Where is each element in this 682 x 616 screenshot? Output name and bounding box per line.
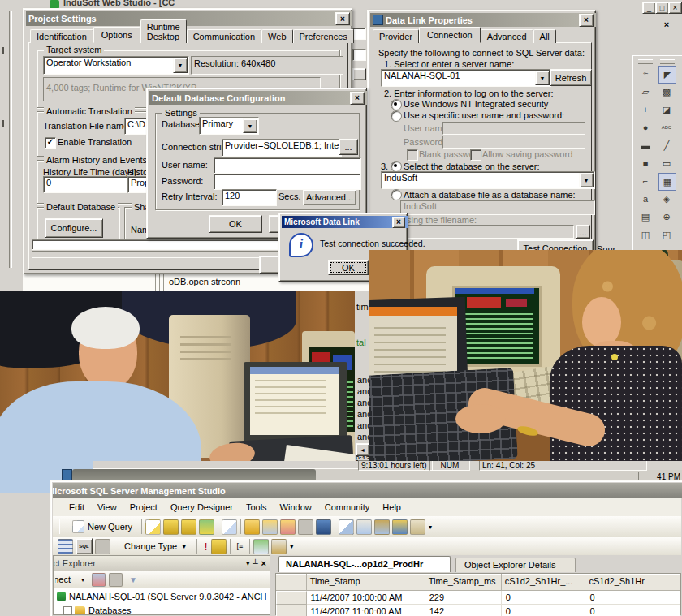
folder-tool-icon[interactable]: ◰ xyxy=(658,226,675,243)
tab-query-result[interactable]: NALANAH-SQL-...op1d2_ProdHr xyxy=(278,556,451,572)
rectangle-tool-icon[interactable]: ■ xyxy=(637,155,654,171)
toolbox-grip[interactable] xyxy=(638,59,653,64)
tab-all[interactable]: All xyxy=(533,29,556,43)
splitter-lines[interactable] xyxy=(159,274,160,291)
select-database-radio[interactable] xyxy=(391,161,402,172)
menu-edit[interactable]: Edit xyxy=(63,500,91,515)
tab-object-explorer-details[interactable]: Object Explorer Details xyxy=(455,558,576,572)
close-icon[interactable]: × xyxy=(335,12,350,25)
close-icon[interactable]: × xyxy=(392,217,405,228)
tab-options[interactable]: Options xyxy=(93,27,140,43)
grid-cell[interactable]: 0 xyxy=(502,605,586,616)
enable-translation-label[interactable]: Enable Translation xyxy=(58,137,132,147)
shape-tool-icon[interactable]: ◪ xyxy=(658,101,675,118)
picture-tool-icon[interactable]: ◫ xyxy=(637,226,654,243)
column-header[interactable]: cS1d2_Sh1Hr xyxy=(585,574,680,591)
cross-tool-icon[interactable]: + xyxy=(637,101,654,118)
copy-icon[interactable] xyxy=(339,519,354,535)
bitmap-tool-icon[interactable]: ▩ xyxy=(658,84,675,100)
connect-button[interactable]: Connect xyxy=(55,575,80,584)
password-input[interactable] xyxy=(214,174,361,190)
msgbox-titlebar[interactable]: Microsoft Data Link × xyxy=(282,216,408,228)
sql-pane-icon[interactable]: SQL xyxy=(76,538,93,554)
tab-connection[interactable]: Connection xyxy=(419,27,481,43)
close-button[interactable]: × xyxy=(668,2,682,14)
new-mdx-query-icon[interactable] xyxy=(163,519,179,535)
add-table-icon[interactable] xyxy=(253,539,269,554)
grid-cell[interactable]: 11/4/2007 11:00:00 AM xyxy=(307,605,425,616)
user-name-input[interactable] xyxy=(214,157,361,174)
menu-view[interactable]: View xyxy=(91,500,123,515)
database-combobox[interactable]: Primary▼ xyxy=(199,117,259,135)
grid-cell[interactable]: 229 xyxy=(425,591,502,605)
ok-button[interactable]: OK xyxy=(209,215,262,233)
code-line[interactable]: oDB.open strconn xyxy=(169,277,240,286)
grid-cell[interactable]: 0 xyxy=(585,591,680,605)
databases-node-label[interactable]: Databases xyxy=(88,605,132,615)
server-node-label[interactable]: NALANAH-SQL-01 (SQL Server 9.0.3042 - AN… xyxy=(69,592,266,601)
configure-button[interactable]: Configure... xyxy=(45,218,103,238)
data-link-titlebar[interactable]: Data Link Properties × xyxy=(370,13,596,27)
bookmark-icon[interactable] xyxy=(392,519,408,535)
grid-cell[interactable]: 142 xyxy=(425,605,502,616)
details-icon[interactable] xyxy=(356,519,372,535)
toolbar-overflow-icon[interactable]: ▾ xyxy=(290,543,293,550)
project-settings-titlebar[interactable]: Project Settings × xyxy=(26,11,352,26)
disconnect-icon[interactable] xyxy=(280,519,296,535)
target-system-combobox[interactable]: Operator Workstation ▼ xyxy=(43,56,189,75)
new-query-button[interactable]: New Query xyxy=(67,518,138,536)
criteria-icon[interactable]: [≡ xyxy=(237,542,244,550)
collapse-box-icon[interactable]: − xyxy=(63,606,72,615)
save-icon[interactable] xyxy=(298,519,313,535)
tab-identification[interactable]: Identification xyxy=(30,29,93,43)
line-tool-icon[interactable]: ╱ xyxy=(658,137,675,153)
chevron-down-icon[interactable]: ▼ xyxy=(173,58,188,73)
row-selector[interactable] xyxy=(276,591,307,605)
grid-cell[interactable]: 0 xyxy=(502,591,586,605)
chevron-down-icon[interactable]: ▼ xyxy=(535,71,550,85)
rounded-rect-tool-icon[interactable]: ▬ xyxy=(637,137,654,153)
close-icon[interactable]: × xyxy=(579,14,594,27)
pane-close-icon[interactable]: × xyxy=(661,19,672,30)
databases-tree-item[interactable]: − Databases xyxy=(57,605,132,615)
ellipse-tool-icon[interactable]: ● xyxy=(637,119,654,136)
globe-tool-icon[interactable]: ⊕ xyxy=(658,209,675,225)
connect-icon[interactable] xyxy=(262,519,278,535)
toolbar-overflow-icon[interactable]: ▾ xyxy=(429,523,432,531)
label-tool-icon[interactable]: a xyxy=(637,191,654,207)
object-explorer-header[interactable]: Object Explorer ▾ ┴ × xyxy=(54,556,270,571)
server-name-combobox[interactable]: NALANAH-SQL-01▼ xyxy=(381,69,551,87)
tab-runtime-desktop[interactable]: Runtime Desktop xyxy=(140,19,187,43)
integrated-security-radio[interactable] xyxy=(391,99,402,110)
menu-help[interactable]: Help xyxy=(376,500,408,515)
tab-communication[interactable]: Communication xyxy=(187,29,261,43)
new-file-icon[interactable] xyxy=(145,519,161,535)
db-config-titlebar[interactable]: Default Database Configuration × xyxy=(149,91,367,105)
menu-window[interactable]: Window xyxy=(274,500,318,515)
package-icon[interactable] xyxy=(316,519,331,535)
row-selector[interactable] xyxy=(276,605,307,616)
selection-tool-icon[interactable]: ◤ xyxy=(658,66,676,84)
open-analysis-icon[interactable] xyxy=(222,519,237,535)
chevron-down-icon[interactable]: ▾ xyxy=(81,576,84,584)
tab-preferences[interactable]: Preferences xyxy=(293,29,354,43)
toolbar-grip[interactable] xyxy=(59,519,63,534)
retry-interval-input[interactable]: 120 xyxy=(222,189,277,206)
text-tool-icon[interactable]: ABC xyxy=(658,119,675,136)
menu-project[interactable]: Project xyxy=(123,500,164,515)
grid-cell[interactable]: 11/4/2007 10:00:00 AM xyxy=(307,591,425,605)
pin-icon[interactable]: ┴ xyxy=(253,559,257,567)
enable-translation-checkbox[interactable]: ✓ xyxy=(45,137,56,149)
doc-tool-icon[interactable]: ▤ xyxy=(637,209,654,225)
new-xmla-query-icon[interactable] xyxy=(199,519,214,535)
select-database-label[interactable]: Select the database on the server: xyxy=(404,162,540,171)
paste-icon[interactable] xyxy=(374,519,390,535)
refresh-button[interactable]: Refresh xyxy=(550,69,592,86)
results-grid-icon[interactable] xyxy=(58,539,73,554)
column-header[interactable]: Time_Stamp xyxy=(307,574,425,591)
mail-icon[interactable] xyxy=(410,519,425,535)
integrated-security-label[interactable]: Use Windows NT Integrated security xyxy=(404,99,548,109)
disconnect-server-icon[interactable] xyxy=(92,573,106,587)
menu-query-designer[interactable]: Query Designer xyxy=(164,500,240,515)
filter-icon[interactable]: ▼ xyxy=(129,575,137,584)
